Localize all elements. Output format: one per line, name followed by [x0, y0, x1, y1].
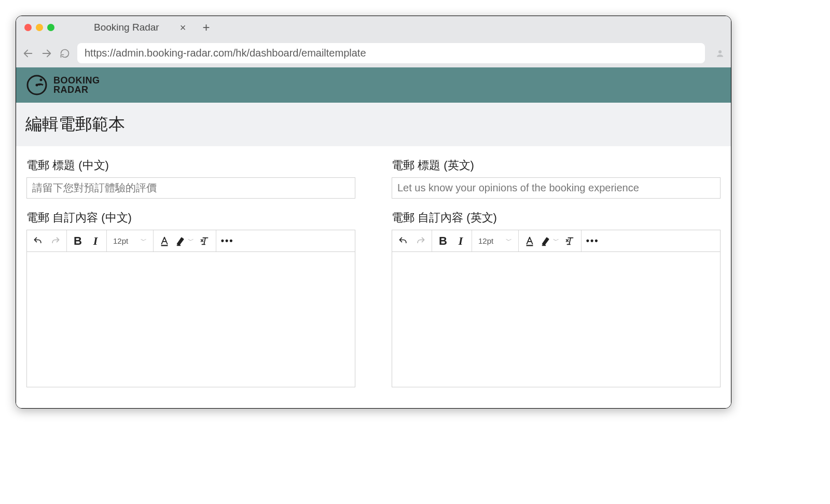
redo-button[interactable]	[49, 233, 62, 249]
highlight-button[interactable]: ﹀	[541, 233, 559, 249]
font-size-select[interactable]: 12pt ﹀	[476, 236, 514, 245]
chevron-down-icon: ﹀	[188, 236, 194, 245]
highlight-icon	[541, 235, 552, 247]
font-size-select[interactable]: 12pt ﹀	[111, 236, 149, 245]
chevron-down-icon: ﹀	[141, 236, 147, 245]
browser-toolbar: https://admin.booking-radar.com/hk/dashb…	[16, 39, 731, 67]
page-title-bar: 編輯電郵範本	[16, 103, 731, 146]
svg-point-2	[36, 84, 38, 87]
form-content: 電郵 標題 (中文) 電郵 自訂內容 (中文) B	[16, 146, 731, 408]
editor-zh: B I 12pt ﹀	[26, 230, 355, 387]
radar-icon	[25, 74, 48, 96]
brand-text: BOOKING RADAR	[53, 76, 100, 94]
chevron-down-icon: ﹀	[506, 236, 512, 245]
undo-icon	[33, 236, 43, 246]
column-english: 電郵 標題 (英文) 電郵 自訂內容 (英文) B	[392, 158, 721, 387]
undo-icon	[398, 236, 408, 246]
input-title-zh[interactable]	[26, 177, 355, 199]
svg-rect-5	[527, 245, 533, 246]
app-header: BOOKING RADAR	[16, 67, 731, 103]
label-title-zh: 電郵 標題 (中文)	[26, 158, 355, 173]
more-button[interactable]: •••	[220, 233, 234, 249]
svg-point-0	[718, 50, 722, 53]
refresh-icon	[60, 48, 70, 59]
clear-format-button[interactable]	[198, 233, 212, 249]
input-title-en[interactable]	[392, 177, 721, 199]
browser-tab-bar: Booking Radar × +	[16, 16, 731, 39]
undo-button[interactable]	[31, 233, 45, 249]
arrow-right-icon	[41, 48, 52, 59]
forward-button[interactable]	[41, 48, 52, 59]
window-maximize-button[interactable]	[47, 24, 54, 31]
label-title-en: 電郵 標題 (英文)	[392, 158, 721, 173]
chevron-down-icon: ﹀	[553, 236, 559, 245]
undo-button[interactable]	[396, 233, 410, 249]
editor-en: B I 12pt ﹀	[392, 230, 721, 387]
window-minimize-button[interactable]	[36, 24, 43, 31]
tab-title: Booking Radar	[94, 22, 159, 33]
text-color-icon	[524, 235, 535, 247]
back-button[interactable]	[22, 48, 34, 59]
redo-button[interactable]	[414, 233, 427, 249]
close-icon[interactable]: ×	[180, 22, 186, 34]
highlight-icon	[175, 235, 187, 247]
italic-button[interactable]: I	[89, 233, 102, 249]
editor-toolbar-en: B I 12pt ﹀	[392, 230, 720, 252]
text-color-button[interactable]	[523, 233, 536, 249]
label-content-en: 電郵 自訂內容 (英文)	[392, 210, 721, 226]
text-color-icon	[159, 235, 170, 247]
url-text: https://admin.booking-radar.com/hk/dashb…	[85, 47, 366, 59]
brand-logo[interactable]: BOOKING RADAR	[25, 74, 100, 96]
redo-icon	[416, 236, 426, 246]
user-icon	[715, 49, 725, 58]
clear-format-button[interactable]	[563, 233, 577, 249]
italic-button[interactable]: I	[454, 233, 467, 249]
editor-body-zh[interactable]	[27, 252, 355, 387]
window-close-button[interactable]	[24, 24, 32, 31]
editor-toolbar-zh: B I 12pt ﹀	[27, 230, 355, 252]
highlight-button[interactable]: ﹀	[175, 233, 194, 249]
label-content-zh: 電郵 自訂內容 (中文)	[26, 210, 355, 226]
column-chinese: 電郵 標題 (中文) 電郵 自訂內容 (中文) B	[26, 158, 355, 387]
browser-window: Booking Radar × + https://admin.booking-…	[16, 16, 731, 409]
clear-format-icon	[199, 235, 211, 247]
redo-icon	[50, 236, 61, 246]
svg-rect-4	[161, 245, 168, 246]
arrow-left-icon	[22, 48, 34, 59]
address-bar[interactable]: https://admin.booking-radar.com/hk/dashb…	[77, 43, 705, 63]
new-tab-button[interactable]: +	[202, 20, 210, 35]
editor-body-en[interactable]	[392, 252, 720, 387]
text-color-button[interactable]	[158, 233, 171, 249]
window-controls	[24, 24, 54, 31]
bold-button[interactable]: B	[71, 233, 85, 249]
browser-tab[interactable]: Booking Radar ×	[86, 18, 194, 38]
clear-format-icon	[564, 235, 576, 247]
more-button[interactable]: •••	[586, 233, 599, 249]
bold-button[interactable]: B	[436, 233, 450, 249]
page-title: 編輯電郵範本	[25, 113, 722, 136]
reload-button[interactable]	[60, 48, 70, 59]
profile-button[interactable]	[715, 49, 725, 58]
svg-point-3	[40, 79, 43, 81]
